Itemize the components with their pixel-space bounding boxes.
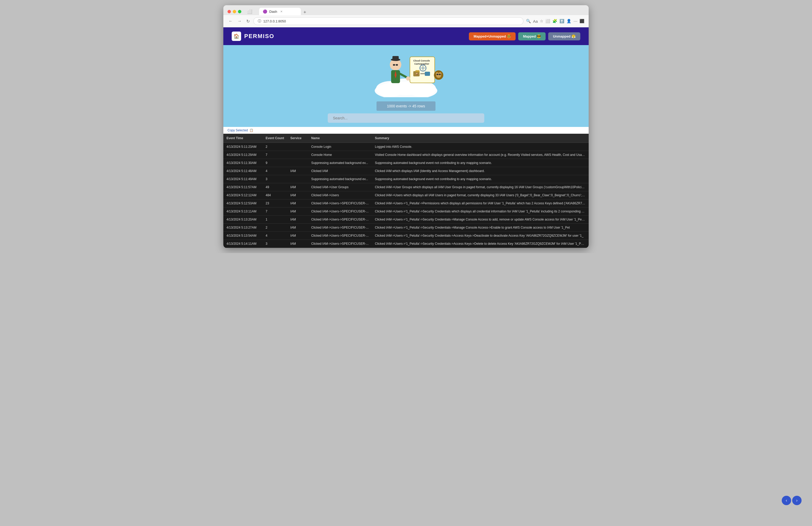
cell-event-time: 4/13/2024 5:14:11AM [223, 240, 262, 248]
cell-event-count: 4 [262, 167, 287, 175]
cell-event-time: 4/13/2024 5:11:49AM [223, 175, 262, 183]
cell-name: Console Login [308, 143, 372, 151]
more-button[interactable]: ⋯ [574, 19, 577, 24]
cell-service: IAM [287, 191, 308, 199]
col-header-event-count: Event Count [262, 134, 287, 143]
events-table: Event Time Event Count Service Name Summ… [223, 134, 589, 248]
table-row[interactable]: 4/13/2024 5:11:29AM 7 Console Home Visit… [223, 151, 589, 159]
cell-summary: Clicked IAM->Users->'1_Petulla'->Securit… [372, 224, 589, 232]
cell-name: Suppressing automated background ev... [308, 175, 372, 183]
reload-button[interactable]: ↻ [245, 18, 251, 25]
cell-event-count: 7 [262, 151, 287, 159]
cell-name: Suppressing automated background ev... [308, 159, 372, 167]
cell-name: Clicked IAM->Users [308, 191, 372, 199]
svg-rect-14 [425, 72, 430, 76]
cell-service: IAM [287, 224, 308, 232]
extensions-button[interactable]: 🧩 [552, 19, 557, 24]
browser-titlebar: ⬜ 🟣 Dash ✕ + [223, 5, 589, 15]
unmapped-button[interactable]: Unmapped 😤 [548, 32, 580, 41]
search-input[interactable] [328, 114, 484, 123]
cell-summary: Clicked IAM->Users->'1_Petulla'->Securit… [372, 240, 589, 248]
new-tab-button[interactable]: + [301, 10, 308, 15]
cell-name: Clicked IAM->User Groups [308, 183, 372, 191]
active-tab[interactable]: 🟣 Dash ✕ [259, 8, 301, 15]
table-row[interactable]: 4/13/2024 5:13:20AM 1 IAM Clicked IAM->U… [223, 215, 589, 224]
cell-summary: Clicked IAM->Users->'1_Petulla'->Securit… [372, 232, 589, 240]
logo-text: PERMISO [244, 33, 274, 40]
cell-service: IAM [287, 232, 308, 240]
profile-button[interactable]: 👤 [566, 19, 571, 24]
table-row[interactable]: 4/13/2024 5:11:30AM 9 Suppressing automa… [223, 159, 589, 167]
maximize-button[interactable] [238, 10, 241, 13]
table-row[interactable]: 4/13/2024 5:14:11AM 3 IAM Clicked IAM->U… [223, 240, 589, 248]
share-button[interactable]: ⬆️ [560, 19, 564, 24]
cell-event-time: 4/13/2024 5:13:27AM [223, 224, 262, 232]
zoom-button[interactable]: 🔍 [526, 19, 531, 24]
sidebar-toggle-button[interactable]: ⬜ [246, 9, 254, 15]
table-row[interactable]: 4/13/2024 5:11:57AM 49 IAM Clicked IAM->… [223, 183, 589, 191]
cell-event-count: 2 [262, 224, 287, 232]
mapped-button[interactable]: Mapped 😎 [518, 32, 546, 41]
traffic-lights [228, 10, 241, 13]
cell-summary: Visited Console Home dashboard which dis… [372, 151, 589, 159]
cell-name: Clicked IAM->Users->SPECIFICUSER-... [308, 208, 372, 215]
cell-name: Clicked IAM [308, 167, 372, 175]
table-row[interactable]: 4/13/2024 5:12:12AM 484 IAM Clicked IAM-… [223, 191, 589, 199]
svg-rect-25 [393, 64, 395, 66]
table-row[interactable]: 4/13/2024 5:13:27AM 2 IAM Clicked IAM->U… [223, 224, 589, 232]
cell-summary: Suppressing automated background event n… [372, 159, 589, 167]
mapped-unmapped-button[interactable]: Mapped+Unmapped 🤓 [469, 32, 516, 41]
cell-event-time: 4/13/2024 5:12:12AM [223, 191, 262, 199]
browser-toolbar: ← → ↻ ⓘ 127.0.0.1:8050 🔍 Aa ☆ ⬜ 🧩 ⬆️ 👤 ⋯… [223, 15, 589, 27]
logo-area: 🏠 PERMISO [232, 32, 274, 41]
toolbar-actions: 🔍 Aa ☆ ⬜ 🧩 ⬆️ 👤 ⋯ ⬛ [526, 19, 584, 24]
address-text: 127.0.0.1:8050 [263, 19, 286, 23]
close-button[interactable] [228, 10, 231, 13]
cell-event-count: 23 [262, 199, 287, 208]
table-row[interactable]: 4/13/2024 5:12:53AM 23 IAM Clicked IAM->… [223, 199, 589, 208]
cell-summary: Clicked IAM which displays IAM (Identity… [372, 167, 589, 175]
bookmark-button[interactable]: ☆ [540, 19, 543, 24]
cell-service: IAM [287, 167, 308, 175]
cell-service: IAM [287, 183, 308, 191]
table-row[interactable]: 4/13/2024 5:11:49AM 3 Suppressing automa… [223, 175, 589, 183]
tab-overview-button[interactable]: ⬜ [545, 19, 550, 24]
table-row[interactable]: 4/13/2024 5:13:11AM 7 IAM Clicked IAM->U… [223, 208, 589, 215]
copy-selected-bar[interactable]: Copy Selected 📋 [223, 127, 589, 134]
tab-close-button[interactable]: ✕ [280, 10, 282, 13]
col-header-name: Name [308, 134, 372, 143]
browser-window: ⬜ 🟣 Dash ✕ + ← → ↻ ⓘ 127.0.0.1:8050 🔍 Aa… [223, 5, 589, 248]
table-container: Event Time Event Count Service Name Summ… [223, 134, 589, 248]
cell-summary: Logged into AWS Console. [372, 143, 589, 151]
cell-service: IAM [287, 208, 308, 215]
cell-event-time: 4/13/2024 5:13:20AM [223, 215, 262, 224]
cell-event-count: 484 [262, 191, 287, 199]
cell-name: Clicked IAM->Users->SPECIFICUSER-... [308, 240, 372, 248]
cell-service [287, 143, 308, 151]
table-row[interactable]: 4/13/2024 5:11:23AM 2 Console Login Logg… [223, 143, 589, 151]
table-row[interactable]: 4/13/2024 5:13:54AM 4 IAM Clicked IAM->U… [223, 232, 589, 240]
cell-event-time: 4/13/2024 5:11:23AM [223, 143, 262, 151]
svg-rect-24 [392, 56, 399, 60]
table-header-row: Event Time Event Count Service Name Summ… [223, 134, 589, 143]
cell-event-time: 4/13/2024 5:11:29AM [223, 151, 262, 159]
svg-point-18 [436, 73, 441, 78]
search-container [223, 114, 589, 127]
back-button[interactable]: ← [228, 18, 234, 25]
cell-service: IAM [287, 199, 308, 208]
svg-text:Cartographer: Cartographer [414, 63, 430, 65]
address-bar[interactable]: ⓘ 127.0.0.1:8050 [253, 17, 523, 25]
reader-button[interactable]: Aa [533, 19, 538, 24]
forward-button[interactable]: → [236, 18, 243, 25]
header-buttons: Mapped+Unmapped 🤓 Mapped 😎 Unmapped 😤 [469, 32, 580, 41]
cell-summary: Clicked IAM->User Groups which displays … [372, 183, 589, 191]
cell-summary: Clicked IAM->Users->'1_Petulla'->Permiss… [372, 199, 589, 208]
minimize-button[interactable] [233, 10, 236, 13]
table-row[interactable]: 4/13/2024 5:11:48AM 4 IAM Clicked IAM Cl… [223, 167, 589, 175]
cell-event-count: 4 [262, 232, 287, 240]
cell-event-time: 4/13/2024 5:11:48AM [223, 167, 262, 175]
col-header-event-time: Event Time [223, 134, 262, 143]
sidebar-button[interactable]: ⬛ [580, 19, 584, 24]
cell-event-time: 4/13/2024 5:13:11AM [223, 208, 262, 215]
cell-event-count: 9 [262, 159, 287, 167]
